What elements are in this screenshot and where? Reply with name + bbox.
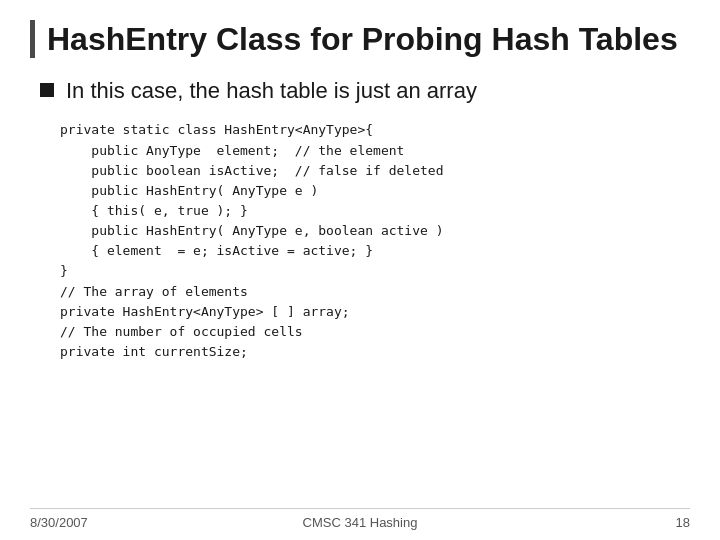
bullet-icon <box>40 83 54 97</box>
bullet-text: In this case, the hash table is just an … <box>66 78 477 104</box>
slide-title: HashEntry Class for Probing Hash Tables <box>30 20 690 58</box>
footer: 8/30/2007 CMSC 341 Hashing 18 <box>30 508 690 530</box>
footer-date: 8/30/2007 <box>30 515 88 530</box>
slide: HashEntry Class for Probing Hash Tables … <box>0 0 720 540</box>
code-content: private static class HashEntry<AnyType>{… <box>60 120 680 362</box>
bullet-section: In this case, the hash table is just an … <box>30 78 690 104</box>
code-block: private static class HashEntry<AnyType>{… <box>30 120 690 500</box>
footer-page: 18 <box>676 515 690 530</box>
footer-title: CMSC 341 Hashing <box>303 515 418 530</box>
